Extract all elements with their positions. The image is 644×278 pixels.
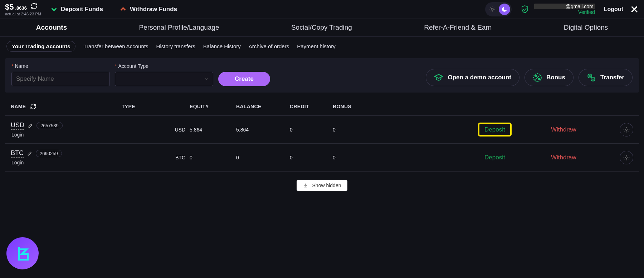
- withdraw-funds-button[interactable]: Withdraw Funds: [119, 5, 177, 13]
- shield-check-icon: [521, 5, 529, 14]
- open-demo-button[interactable]: Open a demo account: [426, 69, 519, 86]
- subnav-trading-accounts[interactable]: Your Trading Accounts: [6, 41, 75, 52]
- verified-shield: [521, 5, 529, 14]
- balance-value: 0: [236, 155, 290, 160]
- withdraw-label: Withdraw Funds: [130, 6, 177, 13]
- deposit-label: Deposit Funds: [61, 6, 103, 13]
- refresh-icon[interactable]: [30, 103, 36, 110]
- header-balance: BALANCE: [236, 104, 290, 109]
- balance-decimal: .8636: [15, 5, 27, 11]
- create-account-panel: *Name *Account Type Create Open a demo a…: [5, 58, 639, 93]
- show-hidden-button[interactable]: Show hidden: [297, 180, 348, 191]
- account-info: @gmail.com Verified: [534, 4, 595, 15]
- create-button[interactable]: Create: [218, 72, 270, 86]
- credit-value: 0: [290, 127, 333, 133]
- nav-accounts[interactable]: Accounts: [36, 24, 67, 31]
- nav-digital[interactable]: Digital Options: [564, 24, 608, 31]
- account-type-field: *Account Type: [115, 63, 213, 86]
- theme-toggle[interactable]: [485, 2, 512, 16]
- account-currency[interactable]: BTC: [11, 149, 24, 158]
- gear-icon: [623, 154, 630, 161]
- account-type-value: BTC: [122, 155, 190, 160]
- bonus-button[interactable]: Bonus: [525, 69, 574, 86]
- refresh-icon[interactable]: [30, 3, 38, 10]
- svg-text:B: B: [589, 75, 591, 78]
- row-settings-button[interactable]: [620, 151, 633, 164]
- sun-icon: [489, 6, 496, 13]
- withdraw-button[interactable]: Withdraw: [551, 126, 576, 133]
- dark-mode-option[interactable]: [499, 4, 510, 15]
- header-name: NAME: [11, 103, 122, 110]
- account-type-label: *Account Type: [115, 63, 213, 69]
- account-type-value: USD: [122, 127, 190, 133]
- transfer-icon: B$: [587, 73, 596, 82]
- balance-value: 5.864: [236, 127, 290, 133]
- svg-point-12: [626, 157, 628, 158]
- logo-icon: [13, 244, 32, 263]
- subnav-transfer[interactable]: Transfer between Accounts: [83, 43, 148, 49]
- chevron-down-icon: [204, 77, 209, 81]
- table-header: NAME TYPE EQUITY BALANCE CREDIT BONUS: [5, 98, 639, 116]
- transfer-button[interactable]: B$ Transfer: [579, 69, 633, 86]
- nav-profile[interactable]: Personal Profile/Language: [139, 24, 219, 31]
- header-equity: EQUITY: [190, 104, 236, 109]
- svg-line-6: [536, 76, 540, 80]
- deposit-button[interactable]: Deposit: [479, 152, 510, 163]
- transfer-label: Transfer: [600, 74, 624, 81]
- header-type: TYPE: [122, 104, 190, 109]
- download-icon: [303, 183, 308, 188]
- table-row: BTC 2690259 Login BTC 0 0 0 0 Deposit Wi…: [5, 144, 639, 172]
- bonus-value: 0: [333, 155, 383, 160]
- percent-icon: [533, 73, 542, 82]
- chevron-up-icon: [119, 5, 127, 13]
- account-email: @gmail.com: [534, 4, 595, 9]
- svg-point-0: [491, 8, 493, 10]
- verified-label: Verified: [578, 9, 595, 15]
- header-credit: CREDIT: [290, 104, 333, 109]
- login-link[interactable]: Login: [11, 160, 122, 165]
- brand-logo[interactable]: [6, 237, 39, 269]
- edit-icon[interactable]: [28, 123, 33, 128]
- row-settings-button[interactable]: [620, 123, 633, 136]
- header-bonus: BONUS: [333, 104, 383, 109]
- account-name-cell: USD 2657539 Login: [11, 121, 122, 138]
- login-link[interactable]: Login: [11, 132, 122, 138]
- chevron-down-icon: [50, 5, 58, 13]
- graduation-cap-icon: [434, 73, 443, 82]
- account-name-cell: BTC 2690259 Login: [11, 149, 122, 165]
- bonus-label: Bonus: [546, 74, 565, 81]
- nav-social[interactable]: Social/Copy Trading: [291, 24, 352, 31]
- equity-value: 0: [190, 155, 236, 160]
- name-label: *Name: [11, 63, 110, 69]
- sub-nav: Your Trading Accounts Transfer between A…: [0, 36, 644, 56]
- subnav-archive[interactable]: Archive of orders: [249, 43, 289, 49]
- light-mode-option[interactable]: [487, 4, 498, 15]
- equity-value: 5.864: [190, 127, 236, 133]
- deposit-funds-button[interactable]: Deposit Funds: [50, 5, 103, 13]
- account-currency[interactable]: USD: [11, 121, 24, 130]
- close-icon[interactable]: [630, 5, 639, 14]
- account-type-select[interactable]: [115, 72, 213, 86]
- nav-refer[interactable]: Refer-A-Friend & Earn: [424, 24, 492, 31]
- svg-point-5: [538, 78, 540, 80]
- open-demo-label: Open a demo account: [448, 74, 511, 81]
- svg-point-11: [626, 129, 628, 130]
- name-input[interactable]: [11, 72, 110, 86]
- subnav-payment[interactable]: Payment history: [297, 43, 336, 49]
- withdraw-button[interactable]: Withdraw: [551, 154, 576, 161]
- logout-button[interactable]: Logout: [604, 6, 623, 13]
- accounts-table: NAME TYPE EQUITY BALANCE CREDIT BONUS US…: [5, 98, 639, 172]
- gear-icon: [623, 126, 630, 133]
- account-id: 2657539: [36, 122, 63, 129]
- edit-icon[interactable]: [27, 151, 32, 156]
- deposit-button[interactable]: Deposit: [479, 124, 510, 135]
- account-id: 2690259: [36, 150, 62, 157]
- bonus-value: 0: [333, 127, 383, 133]
- subnav-history-transfers[interactable]: History transfers: [156, 43, 195, 49]
- subnav-balance-history[interactable]: Balance History: [203, 43, 241, 49]
- balance-timestamp: actual at 2:46:23 PM: [5, 12, 41, 16]
- balance-main: $5: [5, 3, 14, 12]
- balance-display: $5 .8636 actual at 2:46:23 PM: [5, 3, 41, 16]
- main-nav: Accounts Personal Profile/Language Socia…: [0, 19, 644, 36]
- svg-point-4: [535, 75, 537, 77]
